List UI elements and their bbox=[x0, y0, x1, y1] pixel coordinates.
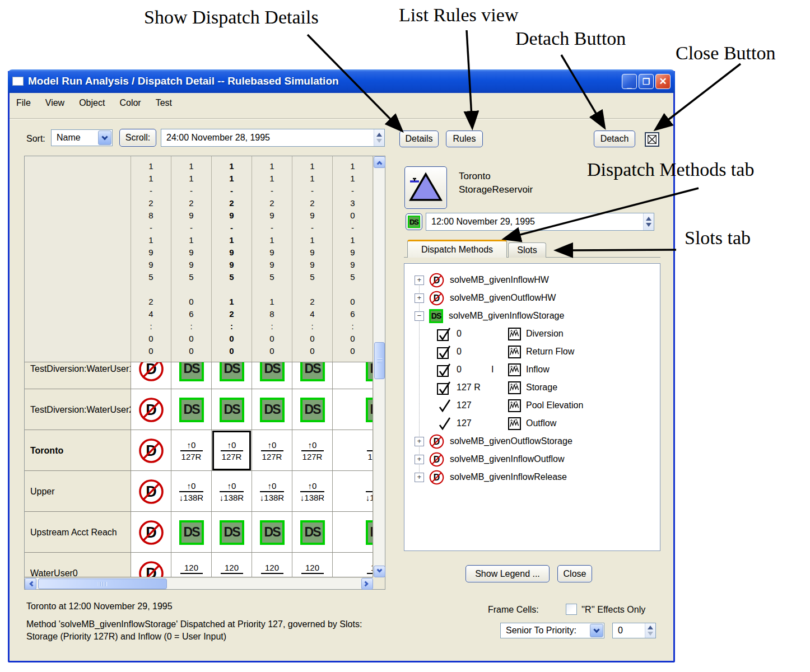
grid-cell[interactable]: DS bbox=[292, 389, 333, 430]
panel-close-box[interactable] bbox=[645, 132, 659, 147]
grid-cell[interactable]: ↑0↓138R bbox=[171, 471, 212, 512]
tree-item-slot[interactable]: 0IInflow bbox=[404, 361, 660, 379]
panel-timestep-spinner[interactable] bbox=[643, 213, 654, 230]
grid-cell[interactable]: DS bbox=[171, 512, 212, 553]
grid-cell[interactable]: DS bbox=[252, 512, 292, 553]
grid-cell[interactable]: DS bbox=[333, 362, 373, 389]
tree-item-slot[interactable]: 127 RStorage bbox=[404, 379, 660, 396]
detach-button[interactable]: Detach bbox=[594, 130, 635, 147]
horizontal-scroll-thumb[interactable] bbox=[38, 578, 167, 589]
grid-cell[interactable]: DS bbox=[292, 512, 333, 553]
grid-cell[interactable]: ↑0↓138R bbox=[292, 471, 333, 512]
grid-cell[interactable]: DS bbox=[212, 512, 252, 553]
grid-cell[interactable]: D bbox=[131, 512, 171, 553]
status-method-line1: Method 'solveMB_givenInflowStorage' Disp… bbox=[26, 619, 362, 629]
checkbox-checked-icon[interactable] bbox=[436, 326, 451, 342]
grid-cell[interactable]: 120 bbox=[292, 553, 333, 577]
expand-toggle[interactable]: + bbox=[415, 276, 424, 285]
grid-cell[interactable]: D bbox=[131, 362, 171, 389]
menu-test[interactable]: Test bbox=[156, 98, 172, 108]
scroll-right-icon[interactable] bbox=[361, 578, 373, 590]
grid-cell[interactable]: D bbox=[131, 430, 171, 471]
senior-priority-dropdown[interactable]: Senior To Priority: bbox=[500, 623, 604, 638]
grid-cell[interactable]: 120 bbox=[252, 553, 292, 577]
object-button[interactable] bbox=[404, 166, 447, 209]
maximize-button[interactable]: ❐ bbox=[639, 74, 654, 89]
sort-dropdown[interactable]: Name bbox=[51, 129, 113, 146]
scroll-button[interactable]: Scroll: bbox=[119, 129, 156, 147]
panel-timestep-field[interactable]: 12:00 November 29, 1995 bbox=[426, 213, 654, 231]
details-button[interactable]: Details bbox=[399, 130, 439, 147]
scroll-down-icon[interactable] bbox=[374, 566, 385, 577]
tree-item-slot[interactable]: 127Pool Elevation bbox=[404, 396, 660, 414]
close-button[interactable]: Close bbox=[557, 565, 592, 582]
grid-cell[interactable]: 120 bbox=[333, 553, 373, 577]
horizontal-scrollbar[interactable] bbox=[25, 577, 373, 589]
grid-cell[interactable]: ↑0127R bbox=[333, 430, 373, 471]
tree-item-slot[interactable]: 0Return Flow bbox=[404, 343, 660, 361]
grid-cell[interactable]: ↑0127R bbox=[252, 430, 292, 471]
chevron-down-icon[interactable] bbox=[98, 130, 111, 145]
expand-toggle[interactable]: + bbox=[415, 293, 424, 303]
scroll-up-icon[interactable] bbox=[374, 156, 385, 168]
grid-cell[interactable]: DS bbox=[171, 389, 212, 430]
grid-cell[interactable]: DS bbox=[252, 362, 292, 389]
title-bar[interactable]: Model Run Analysis / Dispatch Detail -- … bbox=[8, 69, 675, 93]
row-label: TestDiversion:WaterUser2 bbox=[25, 389, 131, 430]
tree-item-method[interactable]: +DsolveMB_givenInflowRelease bbox=[404, 468, 660, 486]
timestep-spinner[interactable] bbox=[374, 129, 384, 146]
grid-cell[interactable]: D bbox=[131, 553, 171, 577]
vertical-scroll-thumb[interactable] bbox=[374, 342, 385, 379]
grid-cell[interactable]: ↑0127R bbox=[171, 430, 212, 471]
grid-cell[interactable]: DS bbox=[171, 362, 212, 389]
tab-slots[interactable]: Slots bbox=[508, 242, 546, 258]
grid-cell[interactable]: DS bbox=[212, 389, 252, 430]
grid-cell[interactable]: ↑0↓138R bbox=[333, 471, 373, 512]
grid-cell[interactable]: 120 bbox=[212, 553, 252, 577]
grid-cell[interactable]: ↑0↓138R bbox=[252, 471, 292, 512]
checkbox-checked-icon[interactable] bbox=[436, 380, 451, 395]
grid-cell[interactable]: DS bbox=[333, 389, 373, 430]
expand-toggle[interactable]: − bbox=[415, 311, 424, 321]
tree-item-method[interactable]: +DsolveMB_givenOutflowHW bbox=[404, 289, 660, 307]
grid-cell[interactable]: DS bbox=[292, 362, 333, 389]
grid-cell[interactable]: ↑0127R bbox=[212, 430, 252, 471]
tree-item-slot[interactable]: 0Diversion bbox=[404, 325, 660, 343]
minimize-button[interactable]: _ bbox=[622, 74, 637, 89]
menu-object[interactable]: Object bbox=[79, 98, 105, 108]
expand-toggle[interactable]: + bbox=[415, 455, 424, 464]
menu-file[interactable]: File bbox=[16, 98, 31, 108]
checkbox-checked-icon[interactable] bbox=[436, 362, 451, 377]
grid-cell[interactable]: DS bbox=[212, 362, 252, 389]
expand-toggle[interactable]: + bbox=[415, 437, 424, 446]
tree-item-method[interactable]: +DsolveMB_givenInflowOutflow bbox=[404, 450, 660, 468]
timestep-field[interactable]: 24:00 November 28, 1995 bbox=[161, 129, 385, 147]
dispatch-state-button[interactable]: DS bbox=[406, 213, 422, 230]
r-effects-checkbox[interactable] bbox=[566, 604, 577, 615]
grid-cell[interactable]: DS bbox=[252, 389, 292, 430]
priority-spinner[interactable]: 0 bbox=[612, 623, 656, 638]
tab-dispatch-methods[interactable]: Dispatch Methods bbox=[407, 240, 507, 258]
vertical-scrollbar[interactable] bbox=[373, 156, 385, 577]
grid-cell[interactable]: D bbox=[131, 389, 171, 430]
scroll-left-icon[interactable] bbox=[25, 578, 36, 590]
show-legend-button[interactable]: Show Legend ... bbox=[465, 565, 550, 582]
grid-cell[interactable]: DS bbox=[333, 512, 373, 553]
expand-toggle[interactable]: + bbox=[415, 473, 424, 482]
tree-item-method[interactable]: +DsolveMB_givenOutflowStorage bbox=[404, 432, 660, 450]
window-close-button[interactable]: ✕ bbox=[655, 74, 671, 89]
grid-cell[interactable]: ↑0127R bbox=[292, 430, 333, 471]
grid-cell[interactable]: D bbox=[131, 471, 171, 512]
chevron-down-icon[interactable] bbox=[590, 624, 603, 637]
priority-spin-arrows[interactable] bbox=[645, 623, 655, 638]
grid-cell[interactable]: 120 bbox=[171, 553, 212, 577]
rules-button[interactable]: Rules bbox=[446, 130, 483, 147]
tree-item-slot[interactable]: 127Outflow bbox=[404, 414, 660, 432]
tree-item-method[interactable]: +DsolveMB_givenInflowHW bbox=[404, 271, 660, 289]
menu-color[interactable]: Color bbox=[119, 98, 141, 108]
scrollbar-corner bbox=[373, 577, 385, 589]
grid-cell[interactable]: ↑0↓138R bbox=[212, 471, 252, 512]
checkbox-checked-icon[interactable] bbox=[436, 344, 451, 360]
tree-item-method[interactable]: −DSsolveMB_givenInflowStorage bbox=[404, 307, 660, 325]
menu-view[interactable]: View bbox=[45, 98, 64, 108]
